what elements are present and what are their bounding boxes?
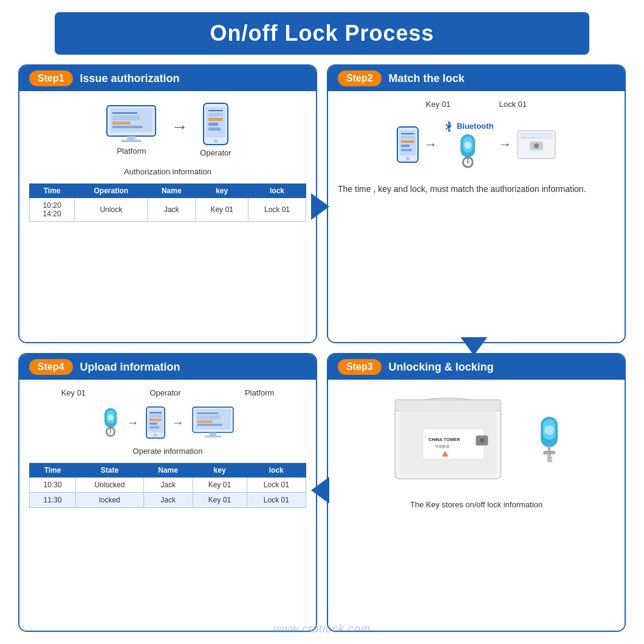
bluetooth-icon (442, 120, 454, 132)
phone-icon (202, 102, 229, 146)
step2-description: The time , key and lock, must match the … (338, 183, 615, 196)
platform-label: Platform (117, 146, 146, 156)
svg-rect-12 (208, 118, 223, 121)
auth-col-time: Time (30, 184, 75, 198)
op-lock-2: Lock 01 (247, 493, 306, 508)
svg-rect-48 (195, 409, 230, 429)
page-container: On/off Lock Process Step1 Issue authoriz… (0, 0, 644, 644)
svg-rect-53 (209, 433, 216, 436)
step2-badge: Step2 (338, 70, 382, 86)
op-name-2: Jack (143, 493, 193, 508)
step1-title: Issue authorization (80, 72, 180, 85)
steps-wrapper: Step1 Issue authorization (18, 64, 626, 632)
step2-title: Match the lock (389, 72, 465, 85)
op-key-2: Key 01 (193, 493, 247, 508)
monitor-icon (104, 104, 159, 144)
step4-title: Upload information (80, 361, 180, 374)
svg-point-15 (214, 139, 218, 143)
bluetooth-key-group: Bluetooth (442, 120, 494, 170)
step2-body: Key 01 Lock 01 (328, 91, 625, 342)
step4-diagram: → → (29, 406, 306, 439)
svg-point-46 (154, 433, 157, 436)
svg-rect-51 (197, 420, 212, 423)
step4-card: Step4 Upload information Key 01 Operator… (18, 353, 317, 632)
step4-arrow1: → (127, 416, 139, 430)
svg-rect-54 (204, 436, 221, 437)
lock-box-icon: - - - - - (516, 129, 557, 160)
step1-diagram: Platform → (29, 102, 306, 157)
step1-header: Step1 Issue authorization (19, 66, 316, 91)
auth-name: Jack (148, 198, 196, 222)
svg-point-63 (480, 438, 484, 442)
step4-header: Step4 Upload information (19, 354, 316, 380)
op-state-2: locked (76, 493, 144, 508)
op-row-2: 11:30 locked Jack Key 01 Lock 01 (30, 493, 306, 508)
bluetooth-label-row: Bluetooth (442, 120, 494, 132)
svg-rect-20 (401, 140, 414, 143)
op-time-2: 11:30 (30, 493, 76, 508)
step3-badge: Step3 (338, 359, 382, 375)
step3-lock-box: CHINA TOWER 中国铁塔 (389, 394, 523, 485)
step3-key-icon (535, 416, 563, 464)
svg-rect-28 (467, 156, 468, 163)
step4-arrow2: → (172, 416, 184, 430)
auth-col-operation: Operation (75, 184, 148, 198)
svg-rect-22 (401, 149, 412, 151)
auth-col-key: key (196, 184, 248, 198)
step1-badge: Step1 (29, 70, 73, 86)
op-col-name: Name (143, 464, 193, 478)
svg-rect-19 (401, 136, 414, 139)
svg-rect-21 (401, 145, 409, 147)
svg-rect-4 (112, 122, 131, 125)
svg-text:- - - - -: - - - - - (522, 135, 535, 139)
step1-card: Step1 Issue authorization (18, 64, 317, 343)
bluetooth-text: Bluetooth (457, 122, 494, 131)
svg-point-36 (107, 414, 113, 420)
svg-point-26 (464, 142, 471, 149)
svg-rect-14 (208, 128, 221, 131)
step2-labels: Key 01 Lock 01 (338, 100, 615, 109)
svg-point-23 (406, 157, 409, 160)
svg-rect-50 (197, 415, 220, 419)
key01-label: Key 01 (426, 100, 450, 109)
step4-labels: Key 01 Operator Platform (29, 388, 306, 397)
step4-key-icon (100, 406, 121, 439)
operate-table: Time State Name key lock 10:30 Unlocked (29, 463, 306, 508)
svg-rect-38 (110, 426, 111, 433)
step2-phone-icon (396, 126, 419, 163)
step2-arrow2: → (498, 137, 512, 152)
op-time-1: 10:30 (30, 478, 76, 493)
svg-rect-11 (208, 113, 223, 116)
step4-badge: Step4 (29, 359, 73, 375)
step3-card: Step3 Unlocking & locking (327, 353, 626, 632)
svg-text:CHINA TOWER: CHINA TOWER (428, 437, 461, 442)
step3-header: Step3 Unlocking & locking (328, 354, 625, 380)
op-state-1: Unlocked (76, 478, 144, 493)
step3-body: CHINA TOWER 中国铁塔 (328, 380, 625, 631)
op-col-key: key (193, 464, 247, 478)
step4-monitor-icon (190, 406, 236, 439)
auth-col-lock: lock (248, 184, 306, 198)
svg-rect-7 (121, 140, 142, 142)
step2-card: Step2 Match the lock Key 01 Lock 01 (327, 64, 626, 343)
svg-point-33 (534, 143, 539, 148)
steps-grid: Step1 Issue authorization (18, 64, 626, 632)
step3-title: Unlocking & locking (389, 361, 494, 374)
step2-diagram: → Bluetooth (338, 120, 615, 170)
auth-row-1: 10:2014:20 Unlock Jack Key 01 Lock 01 (30, 198, 306, 222)
operator-label: Operator (200, 148, 231, 157)
step4-key-label: Key 01 (61, 388, 86, 397)
op-col-state: State (76, 464, 144, 478)
operate-info-label: Operate information (29, 447, 306, 456)
step3-diagram: CHINA TOWER 中国铁塔 (389, 394, 563, 485)
svg-rect-70 (550, 457, 552, 459)
svg-text:中国铁塔: 中国铁塔 (435, 444, 450, 448)
svg-rect-43 (149, 419, 162, 421)
op-lock-1: Lock 01 (247, 478, 306, 493)
svg-rect-6 (127, 136, 135, 140)
step4-body: Key 01 Operator Platform (19, 380, 316, 631)
step3-caption: The Key stores on/off lock information (410, 500, 543, 509)
arrow-right-icon: → (171, 117, 188, 137)
svg-rect-42 (149, 415, 162, 417)
svg-rect-71 (550, 460, 552, 462)
